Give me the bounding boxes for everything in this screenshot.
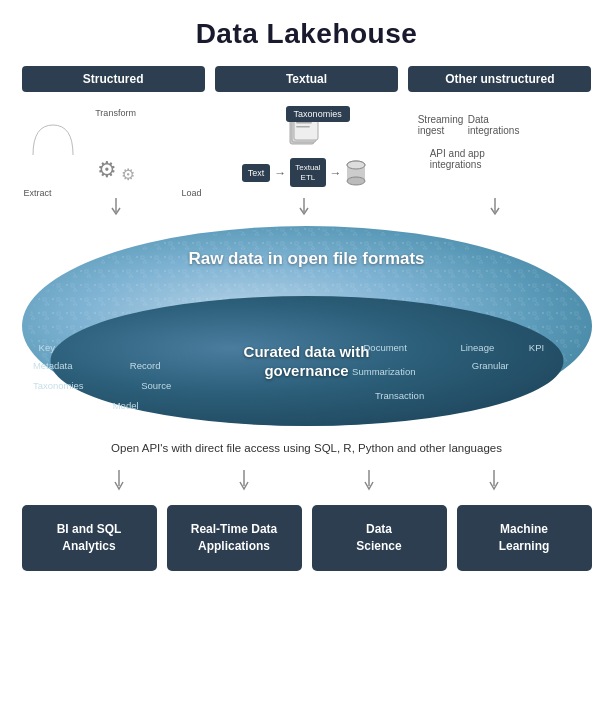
arrow-down-2 — [182, 470, 307, 497]
arrow-right-icon: → — [274, 166, 286, 180]
load-label: Load — [182, 188, 202, 198]
category-unstructured: Other unstructured — [408, 66, 591, 92]
ingestion-area: Transform Extract ⚙ ⚙ Load — [22, 106, 592, 216]
category-structured: Structured — [22, 66, 205, 92]
lake-container: Raw data in open file formats Key Metada… — [22, 226, 592, 426]
textual-etl-box: Textual ETL — [290, 158, 325, 187]
category-textual: Textual — [215, 66, 398, 92]
arrow-row — [47, 470, 567, 497]
raw-data-label: Raw data in open file formats — [188, 248, 424, 270]
gear-large-icon: ⚙ — [97, 157, 117, 183]
database-icon — [346, 159, 366, 187]
bottom-cards: BI and SQL Analytics Real-Time Data Appl… — [22, 505, 592, 571]
api-app-label: API and app integrations — [430, 148, 485, 170]
unstructured-section: Streaming ingest Data integrations API a… — [398, 106, 592, 216]
svg-rect-5 — [296, 122, 312, 124]
svg-point-10 — [347, 161, 365, 169]
card-realtime: Real-Time Data Applications — [167, 505, 302, 571]
arrow-right-icon2: → — [330, 166, 342, 180]
card-data-science: Data Science — [312, 505, 447, 571]
arrow-down-unstructured — [487, 198, 503, 216]
category-row: Structured Textual Other unstructured — [22, 66, 592, 92]
streaming-ingest-label: Streaming ingest — [418, 114, 464, 136]
data-integrations-label: Data integrations — [468, 114, 520, 136]
svg-point-9 — [347, 177, 365, 185]
card-bi-sql: BI and SQL Analytics — [22, 505, 157, 571]
page-title: Data Lakehouse — [196, 18, 418, 50]
arrow-down-structured — [108, 198, 124, 216]
etl-arrows-svg — [28, 120, 78, 160]
transform-label: Transform — [95, 108, 136, 118]
structured-section: Transform Extract ⚙ ⚙ Load — [22, 106, 210, 216]
arrow-down-1 — [57, 470, 182, 497]
svg-rect-6 — [296, 126, 310, 128]
curated-label: Curated data with governance — [244, 342, 370, 381]
text-box: Text — [242, 164, 271, 182]
taxonomies-box: Taxonomies — [286, 106, 350, 122]
arrow-down-textual — [296, 198, 312, 216]
lake-inner: Curated data with governance — [50, 296, 563, 426]
arrow-down-4 — [432, 470, 557, 497]
open-api-text: Open API's with direct file access using… — [111, 440, 502, 456]
gear-small-icon: ⚙ — [121, 165, 135, 184]
arrow-down-3 — [307, 470, 432, 497]
textual-section: Taxonomies Text → Textual ETL → — [210, 106, 398, 216]
unstructured-labels: Streaming ingest Data integrations API a… — [398, 114, 592, 170]
extract-label: Extract — [24, 188, 52, 198]
lake-outer: Raw data in open file formats Key Metada… — [22, 226, 592, 426]
card-ml: Machine Learning — [457, 505, 592, 571]
